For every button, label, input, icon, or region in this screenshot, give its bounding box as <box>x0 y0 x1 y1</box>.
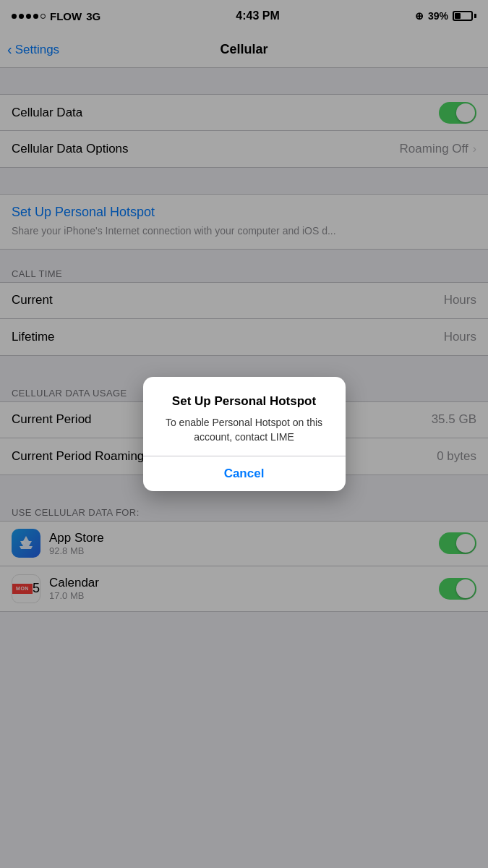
alert-dialog: Set Up Personal Hotspot To enable Person… <box>143 377 346 491</box>
alert-message: To enable Personal Hotspot on this accou… <box>158 416 331 444</box>
alert-overlay: Set Up Personal Hotspot To enable Person… <box>0 0 488 868</box>
alert-content: Set Up Personal Hotspot To enable Person… <box>143 377 346 456</box>
cancel-button[interactable]: Cancel <box>143 456 346 491</box>
alert-title: Set Up Personal Hotspot <box>158 394 331 409</box>
